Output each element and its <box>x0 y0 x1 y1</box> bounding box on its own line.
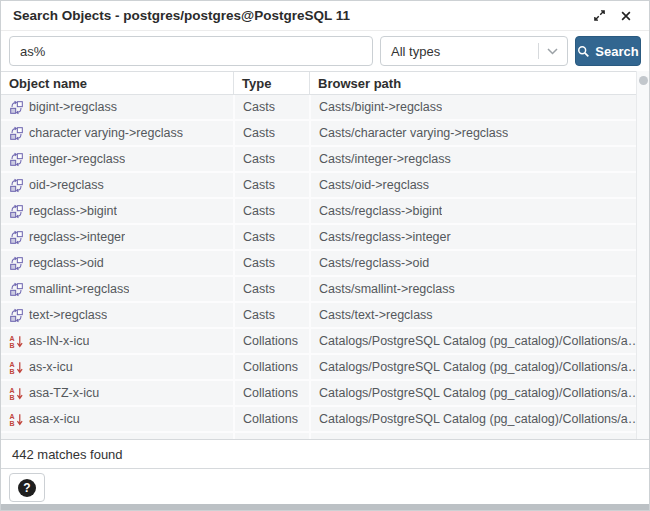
table-row[interactable]: character varying->regclass Casts Casts/… <box>1 121 649 147</box>
column-header-object-name[interactable]: Object name <box>1 72 233 94</box>
object-name: bigint->regclass <box>29 100 117 114</box>
browser-path: Casts/bigint->regclass <box>319 100 442 114</box>
table-header: Object name Type Browser path <box>1 71 649 95</box>
table-row[interactable]: text->regclass Casts Casts/text->regclas… <box>1 303 649 329</box>
object-type: Casts <box>243 100 275 114</box>
object-name: as-IN-x-icu <box>29 334 89 348</box>
object-name: smallint->regclass <box>29 282 129 296</box>
browser-path: Casts/regclass->bigint <box>319 204 442 218</box>
object-type: Casts <box>243 256 275 270</box>
scrollbar-thumb[interactable] <box>639 76 648 85</box>
column-header-browser-path[interactable]: Browser path <box>309 72 649 94</box>
svg-text:B: B <box>9 368 14 375</box>
object-name: as-x-icu <box>29 360 73 374</box>
search-button-label: Search <box>595 44 638 59</box>
dialog-title: Search Objects - postgres/postgres@Postg… <box>13 8 588 23</box>
scrollbar-track[interactable] <box>636 71 649 439</box>
cast-icon <box>9 152 24 167</box>
collation-icon: A B <box>9 334 24 349</box>
expand-button[interactable] <box>588 5 610 27</box>
table-row[interactable]: regclass->integer Casts Casts/regclass->… <box>1 225 649 251</box>
close-button[interactable] <box>615 5 637 27</box>
table-row-partial[interactable] <box>1 433 649 439</box>
object-type: Collations <box>243 334 298 348</box>
browser-path: Catalogs/PostgreSQL Catalog (pg_catalog)… <box>319 334 640 348</box>
cast-icon <box>9 256 24 271</box>
table-body: bigint->regclass Casts Casts/bigint->reg… <box>1 95 649 439</box>
cast-icon <box>9 282 24 297</box>
svg-text:B: B <box>9 394 14 401</box>
browser-path: Casts/character varying->regclass <box>319 126 508 140</box>
object-type: Casts <box>243 126 275 140</box>
object-name: regclass->oid <box>29 256 104 270</box>
browser-path: Casts/integer->regclass <box>319 152 451 166</box>
dialog-title-bar: Search Objects - postgres/postgres@Postg… <box>1 1 649 31</box>
svg-text:A: A <box>9 386 14 393</box>
svg-text:B: B <box>9 342 14 349</box>
collation-icon: A B <box>9 412 24 427</box>
dropdown-separator <box>538 43 539 59</box>
table-row[interactable]: A B as-IN-x-icu Collations Catalogs/Post… <box>1 329 649 355</box>
object-type: Casts <box>243 204 275 218</box>
chevron-down-icon <box>547 48 558 55</box>
table-row[interactable]: regclass->bigint Casts Casts/regclass->b… <box>1 199 649 225</box>
browser-path: Casts/text->regclass <box>319 308 433 322</box>
object-type: Casts <box>243 178 275 192</box>
object-type: Casts <box>243 308 275 322</box>
table-row[interactable]: oid->regclass Casts Casts/oid->regclass <box>1 173 649 199</box>
collation-icon: A B <box>9 386 24 401</box>
browser-path: Casts/smallint->regclass <box>319 282 455 296</box>
table-row[interactable]: regclass->oid Casts Casts/regclass->oid <box>1 251 649 277</box>
collation-icon: A B <box>9 360 24 375</box>
object-name: asa-TZ-x-icu <box>29 386 99 400</box>
browser-path: Catalogs/PostgreSQL Catalog (pg_catalog)… <box>319 360 640 374</box>
object-name: integer->regclass <box>29 152 125 166</box>
svg-text:B: B <box>9 420 14 427</box>
object-type: Casts <box>243 152 275 166</box>
status-bar: 442 matches found <box>1 439 649 469</box>
table-row[interactable]: A B asa-TZ-x-icu Collations Catalogs/Pos… <box>1 381 649 407</box>
expand-diagonal-icon <box>593 9 606 22</box>
object-type: Collations <box>243 386 298 400</box>
table-row[interactable]: A B asa-x-icu Collations Catalogs/Postgr… <box>1 407 649 433</box>
browser-path: Catalogs/PostgreSQL Catalog (pg_catalog)… <box>319 412 640 426</box>
cast-icon <box>9 126 24 141</box>
column-header-type[interactable]: Type <box>233 72 309 94</box>
table-row[interactable]: smallint->regclass Casts Casts/smallint-… <box>1 277 649 303</box>
question-mark-icon: ? <box>18 479 36 497</box>
dialog-bottom-shadow <box>1 504 649 510</box>
browser-path: Casts/oid->regclass <box>319 178 429 192</box>
object-name: regclass->bigint <box>29 204 117 218</box>
svg-text:A: A <box>9 360 14 367</box>
table-row[interactable]: bigint->regclass Casts Casts/bigint->reg… <box>1 95 649 121</box>
cast-icon <box>9 204 24 219</box>
results-table: Object name Type Browser path bigint->re… <box>1 71 649 439</box>
search-objects-dialog: Search Objects - postgres/postgres@Postg… <box>0 0 650 511</box>
browser-path: Casts/regclass->integer <box>319 230 451 244</box>
dialog-footer: ? <box>1 469 649 506</box>
object-type: Collations <box>243 412 298 426</box>
object-name: oid->regclass <box>29 178 104 192</box>
cast-icon <box>9 178 24 193</box>
object-type: Collations <box>243 360 298 374</box>
cast-icon <box>9 230 24 245</box>
object-type: Casts <box>243 230 275 244</box>
search-input[interactable] <box>9 36 373 66</box>
close-icon <box>620 10 632 22</box>
search-button[interactable]: Search <box>575 36 641 66</box>
table-row[interactable]: integer->regclass Casts Casts/integer->r… <box>1 147 649 173</box>
object-name: asa-x-icu <box>29 412 80 426</box>
object-name: text->regclass <box>29 308 107 322</box>
cast-icon <box>9 100 24 115</box>
type-filter-dropdown[interactable]: All types <box>380 36 568 66</box>
svg-text:A: A <box>9 334 14 341</box>
object-name: regclass->integer <box>29 230 125 244</box>
browser-path: Catalogs/PostgreSQL Catalog (pg_catalog)… <box>319 386 640 400</box>
browser-path: Casts/regclass->oid <box>319 256 429 270</box>
help-button[interactable]: ? <box>9 473 45 502</box>
table-row[interactable]: A B as-x-icu Collations Catalogs/Postgre… <box>1 355 649 381</box>
type-filter-value: All types <box>391 44 538 59</box>
svg-text:A: A <box>9 412 14 419</box>
object-type: Casts <box>243 282 275 296</box>
cast-icon <box>9 308 24 323</box>
